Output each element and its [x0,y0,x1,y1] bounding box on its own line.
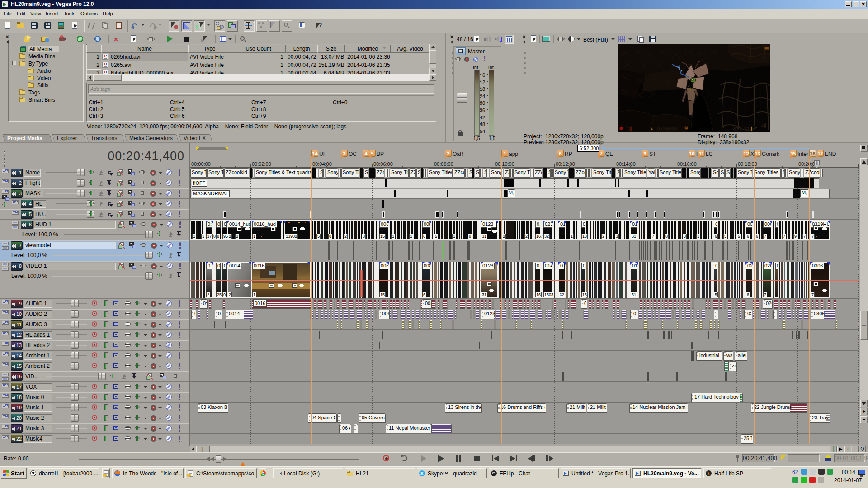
svg-text:1▐: 1▐ [761,123,766,128]
svg-text:1▌: 1▌ [627,126,633,131]
svg-text:0 coolkid: 0 coolkid [657,126,677,131]
svg-text:▲: ▲ [650,126,654,131]
svg-text:31│ 31▐: 31│ 31▐ [733,126,752,131]
